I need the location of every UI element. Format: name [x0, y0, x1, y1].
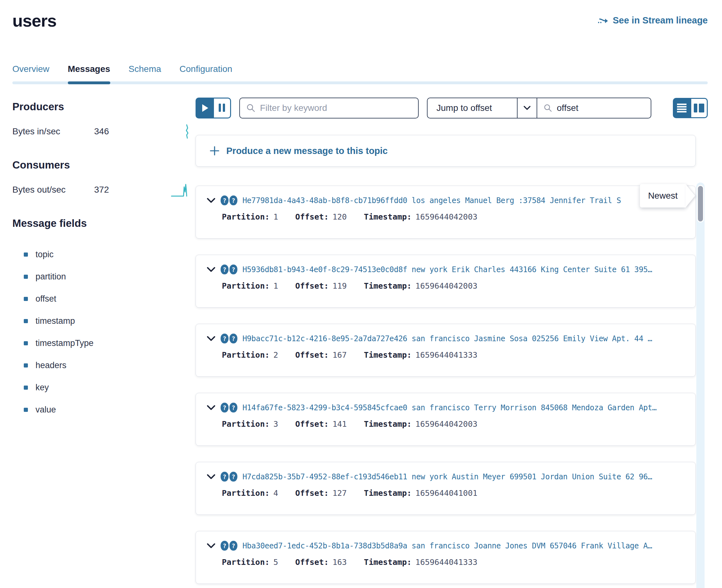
unknown-glyph-icon: ?? — [221, 403, 238, 413]
timestamp-field: Timestamp:1659644042003 — [364, 281, 477, 291]
field-item-partition: partition — [12, 266, 195, 288]
list-view-button[interactable] — [673, 98, 690, 118]
sidebar: Producers Bytes in/sec 346 Consumers Byt… — [12, 84, 195, 584]
message-row[interactable]: ?? H14fa67fe-5823-4299-b3c4-595845cfcae0… — [195, 393, 696, 446]
offset-search — [537, 98, 651, 118]
partition-field: Partition:4 — [222, 488, 278, 498]
tab-schema[interactable]: Schema — [129, 64, 161, 84]
unknown-glyph-icon: ?? — [221, 541, 238, 551]
bullet-icon — [24, 252, 28, 257]
timestamp-field: Timestamp:1659644041333 — [364, 558, 477, 567]
offset-field: Offset:120 — [295, 212, 347, 222]
offset-search-input[interactable] — [557, 103, 644, 113]
stream-lineage-link[interactable]: See in Stream lineage — [597, 15, 708, 26]
unknown-glyph-icon: ?? — [221, 334, 238, 343]
unknown-glyph-icon: ?? — [221, 195, 238, 205]
search-icon — [246, 103, 255, 113]
messages-panel: Jump to offset — [195, 84, 708, 584]
field-item-timestamp: timestamp — [12, 310, 195, 332]
message-key: H7cda825b-35b7-4952-88ef-c193d546eb11 ne… — [243, 472, 685, 481]
partition-field: Partition:1 — [222, 281, 278, 291]
message-row[interactable]: ?? Hba30eed7-1edc-452b-8b1a-738d3b5d8a9a… — [195, 531, 696, 584]
produce-message-button[interactable]: Produce a new message to this topic — [195, 135, 696, 167]
bullet-icon — [24, 319, 28, 323]
timestamp-field: Timestamp:1659644041333 — [364, 350, 477, 360]
message-row[interactable]: ?? H7cda825b-35b7-4952-88ef-c193d546eb11… — [195, 462, 696, 515]
field-item-offset: offset — [12, 288, 195, 310]
message-row[interactable]: ?? H5936db81-b943-4e0f-8c29-74513e0c0d8f… — [195, 255, 696, 308]
field-item-headers: headers — [12, 354, 195, 376]
field-item-value: value — [12, 399, 195, 421]
newest-badge-label: Newest — [648, 191, 678, 201]
chevron-down-icon — [523, 106, 531, 110]
message-key: He77981da-4a43-48ab-b8f8-cb71b96ffdd0 lo… — [243, 196, 685, 205]
field-item-topic: topic — [12, 243, 195, 266]
bytes-in-metric: Bytes in/sec 346 — [12, 124, 195, 139]
list-view-icon — [677, 104, 686, 112]
bullet-icon — [24, 341, 28, 345]
pause-button[interactable] — [213, 98, 231, 119]
partition-field: Partition:5 — [222, 558, 278, 567]
message-key: Hba30eed7-1edc-452b-8b1a-738d3b5d8a9a sa… — [243, 542, 685, 550]
play-button[interactable] — [195, 98, 213, 119]
bullet-icon — [24, 408, 28, 412]
message-row[interactable]: Newest ?? He77981da-4a43-48ab-b8f8-cb71b… — [195, 186, 696, 238]
message-row[interactable]: ?? H9bacc71c-b12c-4216-8e95-2a7da727e426… — [195, 324, 696, 377]
jump-to-offset-group: Jump to offset — [427, 98, 651, 119]
plus-icon — [210, 146, 219, 155]
scrollbar-track — [696, 183, 705, 588]
message-key: H14fa67fe-5823-4299-b3c4-595845cfcae0 sa… — [243, 403, 685, 412]
keyword-filter — [239, 98, 419, 119]
column-view-button[interactable] — [690, 98, 708, 118]
lineage-link-label: See in Stream lineage — [613, 15, 708, 26]
bytes-out-sparkline-icon — [171, 183, 190, 197]
page-title: users — [12, 11, 57, 30]
timestamp-field: Timestamp:1659644042003 — [364, 212, 477, 222]
message-key: H9bacc71c-b12c-4216-8e95-2a7da727e426 sa… — [243, 334, 685, 343]
bullet-icon — [24, 275, 28, 279]
unknown-glyph-icon: ?? — [221, 472, 238, 482]
tab-messages[interactable]: Messages — [68, 64, 110, 84]
search-icon — [543, 103, 553, 113]
chevron-down-icon[interactable] — [207, 474, 215, 480]
consumers-heading: Consumers — [12, 159, 195, 171]
tab-overview[interactable]: Overview — [12, 64, 49, 84]
offset-field: Offset:127 — [295, 488, 347, 498]
produce-message-label: Produce a new message to this topic — [226, 146, 388, 156]
offset-field: Offset:119 — [295, 281, 347, 291]
chevron-down-icon[interactable] — [207, 405, 215, 411]
message-list: Newest ?? He77981da-4a43-48ab-b8f8-cb71b… — [195, 186, 708, 584]
partition-field: Partition:2 — [222, 350, 278, 360]
producers-heading: Producers — [12, 101, 195, 113]
play-pause-toggle — [195, 98, 231, 119]
jump-mode-select[interactable]: Jump to offset — [428, 98, 517, 118]
topic-page: users See in Stream lineage Overview Mes… — [0, 0, 722, 588]
chevron-down-icon[interactable] — [207, 198, 215, 203]
messages-toolbar: Jump to offset — [195, 98, 708, 119]
bytes-in-sparkline-icon — [184, 124, 190, 139]
field-item-timestampType: timestampType — [12, 332, 195, 354]
scrollbar-thumb[interactable] — [697, 185, 704, 223]
offset-field: Offset:141 — [295, 419, 347, 429]
chevron-down-icon[interactable] — [207, 543, 215, 549]
lineage-arrow-icon — [597, 16, 609, 25]
chevron-down-icon[interactable] — [207, 336, 215, 341]
message-key: H5936db81-b943-4e0f-8c29-74513e0c0d8f ne… — [243, 265, 685, 274]
tab-bar: Overview Messages Schema Configuration — [12, 64, 708, 84]
partition-field: Partition:1 — [222, 212, 278, 222]
offset-field: Offset:167 — [295, 350, 347, 360]
tab-configuration[interactable]: Configuration — [179, 64, 232, 84]
view-mode-toggle — [673, 98, 708, 118]
bullet-icon — [24, 297, 28, 301]
unknown-glyph-icon: ?? — [221, 265, 238, 274]
bytes-out-value: 372 — [94, 185, 109, 195]
main-area: Producers Bytes in/sec 346 Consumers Byt… — [12, 84, 708, 584]
bullet-icon — [24, 385, 28, 390]
keyword-filter-input[interactable] — [260, 103, 412, 113]
jump-mode-value: Jump to offset — [436, 103, 492, 113]
chevron-down-icon[interactable] — [207, 267, 215, 272]
page-header: users See in Stream lineage — [12, 11, 708, 30]
bytes-in-label: Bytes in/sec — [12, 126, 94, 136]
jump-mode-chevron[interactable] — [517, 98, 537, 118]
bytes-in-value: 346 — [94, 126, 109, 136]
